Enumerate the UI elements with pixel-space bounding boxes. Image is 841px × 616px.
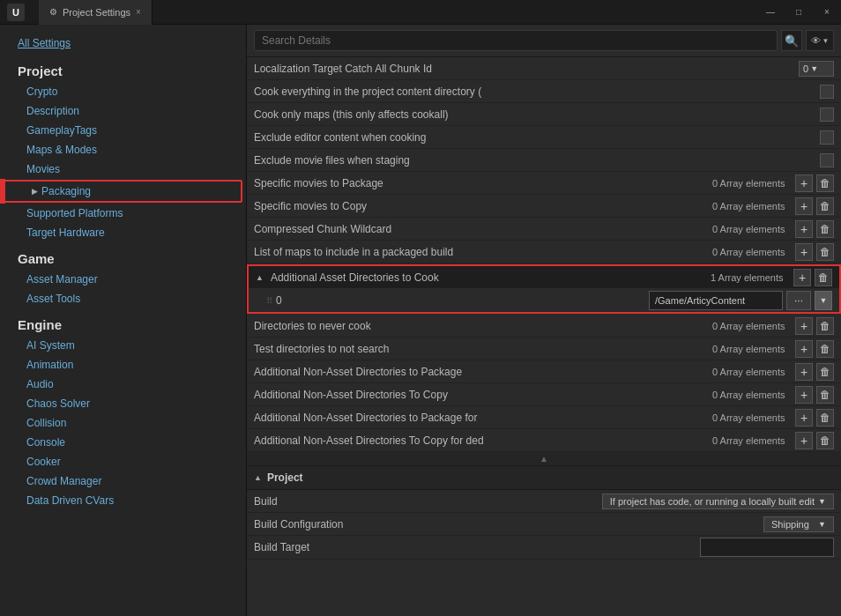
sidebar-item-ai-system[interactable]: AI System [0, 336, 246, 355]
sidebar-item-maps-modes[interactable]: Maps & Modes [0, 140, 246, 160]
non-asset-copy-ded-add[interactable]: + [795, 432, 813, 449]
exclude-movie-checkbox[interactable] [820, 153, 834, 167]
localization-target-value: 0 ▼ [799, 61, 834, 77]
search-input[interactable] [254, 30, 778, 51]
collapse-arrow-icon[interactable]: ▲ [256, 273, 264, 282]
row-test-dirs: Test directories to not search 0 Array e… [247, 338, 841, 360]
title-bar-left: U ⚙ Project Settings × [7, 0, 153, 25]
test-dirs-del[interactable]: 🗑 [816, 340, 834, 358]
sidebar-item-audio[interactable]: Audio [0, 375, 246, 394]
specific-movies-package-add[interactable]: + [795, 174, 813, 192]
close-button[interactable]: × [813, 0, 841, 25]
list-of-maps-del[interactable]: 🗑 [816, 243, 834, 261]
specific-movies-package-value: 0 Array elements + 🗑 [712, 174, 834, 192]
specific-movies-copy-value: 0 Array elements + 🗑 [712, 197, 834, 215]
row-build-target: Build Target [247, 536, 841, 560]
non-asset-package-add[interactable]: + [795, 363, 813, 381]
sidebar-item-movies[interactable]: Movies [0, 160, 246, 179]
non-asset-package-for-add[interactable]: + [795, 409, 813, 427]
specific-movies-copy-count: 0 Array elements [712, 201, 792, 212]
path-input[interactable] [649, 291, 783, 310]
list-of-maps-count: 0 Array elements [712, 247, 792, 257]
build-target-input[interactable] [700, 538, 834, 557]
cook-everything-checkbox[interactable] [820, 85, 834, 99]
sidebar: All Settings Project Crypto Description … [0, 25, 247, 616]
dirs-never-cook-del[interactable]: 🗑 [816, 317, 834, 335]
sidebar-item-console[interactable]: Console [0, 433, 246, 452]
additional-asset-dirs-count: 1 Array elements [711, 272, 790, 283]
sidebar-item-packaging[interactable]: ▶ Packaging [4, 180, 242, 203]
specific-movies-package-del[interactable]: 🗑 [816, 174, 834, 192]
sidebar-item-crypto[interactable]: Crypto [0, 82, 246, 101]
row-additional-asset-dirs: ▲ Additional Asset Directories to Cook 1… [249, 266, 839, 289]
search-button[interactable]: 🔍 [781, 30, 802, 51]
settings-scroll[interactable]: Localization Target Catch All Chunk Id 0… [247, 57, 841, 616]
row-specific-movies-package: Specific movies to Package 0 Array eleme… [247, 172, 841, 195]
sidebar-item-target-hardware[interactable]: Target Hardware [0, 223, 246, 242]
project-settings-tab[interactable]: ⚙ Project Settings × [39, 0, 153, 25]
row-non-asset-copy-ded: Additional Non-Asset Directories To Copy… [247, 429, 841, 452]
build-dropdown[interactable]: If project has code, or running a locall… [602, 494, 834, 509]
non-asset-package-for-del[interactable]: 🗑 [816, 409, 834, 427]
sidebar-item-gameplaytags[interactable]: GameplayTags [0, 121, 246, 140]
non-asset-copy-ded-del[interactable]: 🗑 [816, 432, 834, 449]
sidebar-item-supported-platforms[interactable]: Supported Platforms [0, 204, 246, 223]
sidebar-item-animation[interactable]: Animation [0, 355, 246, 375]
non-asset-package-count: 0 Array elements [712, 367, 792, 377]
additional-asset-dirs-del[interactable]: 🗑 [815, 269, 832, 286]
cook-everything-value [820, 85, 834, 99]
non-asset-package-del[interactable]: 🗑 [816, 363, 834, 381]
minimize-button[interactable]: — [756, 0, 785, 25]
path-dropdown-arrow[interactable]: ▼ [815, 291, 832, 310]
tab-close-button[interactable]: × [136, 7, 141, 17]
compressed-chunk-add[interactable]: + [795, 220, 813, 238]
non-asset-copy-value: 0 Array elements + 🗑 [712, 386, 834, 404]
additional-asset-0-label: 0 [276, 294, 649, 307]
non-asset-copy-add[interactable]: + [795, 386, 813, 404]
sidebar-item-chaos-solver[interactable]: Chaos Solver [0, 394, 246, 413]
sidebar-item-data-driven-cvars[interactable]: Data Driven CVars [0, 491, 246, 510]
maximize-button[interactable]: □ [785, 0, 813, 25]
exclude-editor-label: Exclude editor content when cooking [254, 131, 820, 144]
localization-dropdown[interactable]: 0 ▼ [799, 61, 834, 77]
cook-only-maps-label: Cook only maps (this only affects cookal… [254, 108, 820, 121]
compressed-chunk-del[interactable]: 🗑 [816, 220, 834, 238]
sidebar-item-cooker[interactable]: Cooker [0, 452, 246, 471]
non-asset-copy-del[interactable]: 🗑 [816, 386, 834, 404]
path-browse-button[interactable]: ··· [786, 291, 811, 310]
row-compressed-chunk: Compressed Chunk Wildcard 0 Array elemen… [247, 218, 841, 241]
build-configuration-dropdown[interactable]: Shipping ▼ [763, 516, 834, 532]
non-asset-package-for-count: 0 Array elements [712, 412, 792, 423]
dirs-never-cook-add[interactable]: + [795, 317, 813, 335]
sidebar-section-engine: Engine [0, 308, 246, 336]
dirs-never-cook-count: 0 Array elements [712, 321, 792, 331]
sidebar-section-game: Game [0, 242, 246, 270]
project-section-arrow[interactable]: ▲ [254, 473, 262, 482]
specific-movies-copy-add[interactable]: + [795, 197, 813, 215]
sidebar-item-crowd-manager[interactable]: Crowd Manager [0, 471, 246, 491]
sidebar-item-description[interactable]: Description [0, 101, 246, 121]
test-dirs-add[interactable]: + [795, 340, 813, 358]
sidebar-item-collision[interactable]: Collision [0, 413, 246, 433]
cook-only-maps-checkbox[interactable] [820, 108, 834, 122]
list-of-maps-add[interactable]: + [795, 243, 813, 261]
main-layout: All Settings Project Crypto Description … [0, 25, 841, 616]
specific-movies-copy-del[interactable]: 🗑 [816, 197, 834, 215]
row-localization-target: Localization Target Catch All Chunk Id 0… [247, 57, 841, 80]
build-target-label: Build Target [254, 541, 700, 553]
sidebar-item-asset-tools[interactable]: Asset Tools [0, 289, 246, 308]
non-asset-package-for-value: 0 Array elements + 🗑 [712, 409, 834, 427]
sidebar-all-settings[interactable]: All Settings [0, 32, 246, 55]
row-build: Build If project has code, or running a … [247, 490, 841, 513]
row-list-of-maps: List of maps to include in a packaged bu… [247, 241, 841, 263]
additional-asset-dirs-add[interactable]: + [793, 269, 811, 286]
dirs-never-cook-label: Directories to never cook [254, 320, 712, 332]
scroll-up-button[interactable]: ▲ [247, 452, 841, 465]
localization-target-label: Localization Target Catch All Chunk Id [254, 63, 799, 75]
dirs-never-cook-value: 0 Array elements + 🗑 [712, 317, 834, 335]
exclude-editor-checkbox[interactable] [820, 130, 834, 145]
view-options-button[interactable]: 👁 ▼ [806, 30, 834, 51]
drag-handle-icon[interactable]: ⠿ [266, 296, 272, 306]
sidebar-item-asset-manager[interactable]: Asset Manager [0, 270, 246, 289]
test-dirs-count: 0 Array elements [712, 344, 792, 354]
